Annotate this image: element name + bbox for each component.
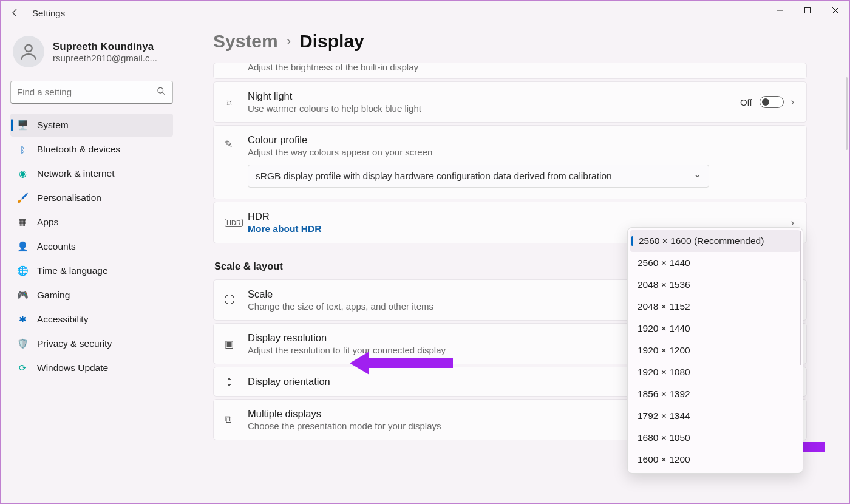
sidebar-item-label: Gaming	[37, 290, 70, 301]
toggle-state: Off	[740, 97, 752, 107]
sidebar-item-gaming[interactable]: 🎮Gaming	[10, 284, 173, 307]
sidebar-item-label: Windows Update	[37, 363, 108, 373]
sidebar-item-label: Accounts	[37, 241, 76, 252]
sidebar-item-label: Privacy & security	[37, 338, 112, 349]
close-button[interactable]	[821, 1, 849, 20]
sidebar-item-privacy[interactable]: 🛡️Privacy & security	[10, 332, 173, 355]
resolution-option[interactable]: 1680 × 1050	[630, 427, 800, 449]
globe-icon: 🌐	[16, 265, 29, 276]
sidebar-item-accessibility[interactable]: ✱Accessibility	[10, 308, 173, 331]
app-title: Settings	[32, 8, 65, 18]
maximize-button[interactable]	[794, 1, 821, 20]
card-subtitle: Adjust the brightness of the built-in di…	[248, 62, 794, 72]
resolution-option[interactable]: 2560 × 1440	[630, 252, 800, 274]
gamepad-icon: 🎮	[16, 290, 29, 301]
sidebar-item-personalisation[interactable]: 🖌️Personalisation	[10, 186, 173, 209]
sidebar-item-update[interactable]: ⟳Windows Update	[10, 356, 173, 380]
resolution-option[interactable]: 1856 × 1392	[630, 383, 800, 405]
displays-icon: ⧉	[225, 414, 231, 425]
profile-email: rsupreeth2810@gmail.c...	[53, 53, 157, 63]
sidebar-item-label: Personalisation	[37, 192, 101, 203]
svg-line-4	[162, 92, 165, 95]
scrollbar[interactable]	[846, 77, 848, 150]
card-subtitle: Use warmer colours to help block blue li…	[248, 103, 740, 114]
hdr-icon: HDR	[225, 219, 243, 227]
content: System › Display Adjust the brightness o…	[183, 25, 849, 503]
sidebar-item-label: Network & internet	[37, 168, 115, 179]
svg-point-2	[25, 45, 32, 52]
resolution-option[interactable]: 1600 × 1200	[630, 449, 800, 471]
sidebar-item-label: Time & language	[37, 265, 108, 276]
sidebar-item-label: Apps	[37, 217, 58, 228]
sidebar-item-time[interactable]: 🌐Time & language	[10, 259, 173, 282]
nightlight-icon: ☼	[225, 97, 234, 107]
breadcrumb-current: Display	[299, 31, 364, 52]
sidebar-item-bluetooth[interactable]: ᛒBluetooth & devices	[10, 138, 173, 161]
profile-name: Supreeth Koundinya	[53, 41, 157, 53]
sidebar-item-network[interactable]: ◉Network & internet	[10, 162, 173, 185]
card-title: Colour profile	[248, 134, 794, 146]
sidebar-item-apps[interactable]: ▦Apps	[10, 211, 173, 234]
pen-icon: ✎	[225, 138, 233, 150]
chevron-right-icon: ›	[791, 217, 794, 228]
colour-profile-card[interactable]: ✎ Colour profile Adjust the way colours …	[213, 125, 807, 199]
brush-icon: 🖌️	[16, 192, 29, 203]
resolution-option[interactable]: 2560 × 1600 (Recommended)	[630, 230, 800, 252]
search-input[interactable]	[10, 81, 173, 104]
chevron-right-icon: ›	[287, 33, 291, 49]
shield-icon: 🛡️	[16, 338, 29, 349]
colour-profile-select[interactable]: sRGB display profile with display hardwa…	[248, 165, 709, 188]
scale-icon: ⛶	[225, 295, 234, 305]
chevron-right-icon: ›	[791, 97, 794, 107]
person-icon: 👤	[16, 241, 29, 252]
sidebar-item-accounts[interactable]: 👤Accounts	[10, 235, 173, 258]
wifi-icon: ◉	[16, 168, 29, 179]
card-subtitle: Adjust the way colours appear on your sc…	[248, 147, 794, 157]
svg-point-3	[158, 87, 163, 93]
profile-block[interactable]: Supreeth Koundinya rsupreeth2810@gmail.c…	[10, 31, 173, 78]
apps-icon: ▦	[16, 217, 29, 228]
card-title: HDR	[248, 211, 791, 222]
resolution-option[interactable]: 1920 × 1440	[630, 318, 800, 339]
sidebar: Supreeth Koundinya rsupreeth2810@gmail.c…	[1, 25, 183, 503]
breadcrumb-parent[interactable]: System	[213, 31, 278, 52]
resolution-option[interactable]: 1920 × 1080	[630, 361, 800, 383]
search-icon	[157, 87, 166, 98]
card-title: Night light	[248, 90, 740, 102]
svg-rect-1	[805, 8, 811, 13]
resolution-option[interactable]: 1792 × 1344	[630, 405, 800, 427]
night-light-toggle[interactable]	[760, 96, 784, 108]
sidebar-item-system[interactable]: 🖥️System	[10, 114, 173, 137]
brightness-card[interactable]: Adjust the brightness of the built-in di…	[213, 63, 807, 79]
orientation-icon: ⭥	[225, 376, 234, 387]
sidebar-item-label: System	[37, 120, 69, 131]
resolution-option[interactable]: 2048 × 1536	[630, 274, 800, 296]
breadcrumb: System › Display	[213, 31, 807, 52]
minimize-button[interactable]	[766, 1, 794, 20]
update-icon: ⟳	[16, 363, 29, 373]
resolution-icon: ▣	[225, 338, 234, 350]
system-icon: 🖥️	[16, 120, 29, 131]
bluetooth-icon: ᛒ	[16, 145, 29, 155]
resolution-option[interactable]: 2048 × 1152	[630, 296, 800, 318]
sidebar-item-label: Bluetooth & devices	[37, 144, 120, 155]
avatar	[13, 36, 44, 67]
accessibility-icon: ✱	[16, 314, 29, 325]
sidebar-item-label: Accessibility	[37, 314, 88, 325]
resolution-dropdown[interactable]: 2560 × 1600 (Recommended) 2560 × 1440 20…	[627, 227, 803, 474]
back-button[interactable]	[8, 5, 22, 20]
night-light-card[interactable]: ☼ Night light Use warmer colours to help…	[213, 81, 807, 123]
titlebar: Settings	[1, 1, 849, 25]
resolution-option[interactable]: 1920 × 1200	[630, 339, 800, 361]
